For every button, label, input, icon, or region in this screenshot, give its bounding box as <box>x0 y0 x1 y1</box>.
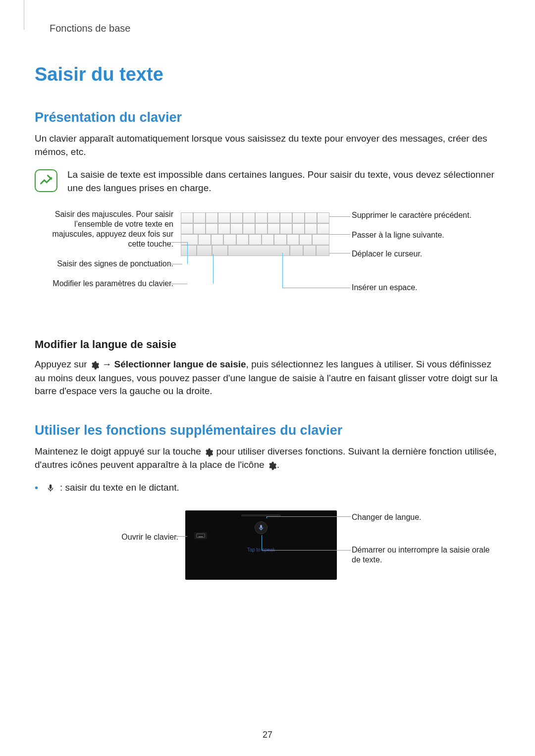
section-heading-presentation: Présentation du clavier <box>35 110 500 125</box>
callout-space: Insérer un espace. <box>352 283 418 293</box>
intro-text: Un clavier apparaît automatiquement lors… <box>35 132 500 158</box>
callout-cursor: Déplacer le curseur. <box>352 249 422 259</box>
page-title: Saisir du texte <box>35 64 500 85</box>
subsection-modifier-langue: Modifier la langue de saisie <box>35 338 500 351</box>
callout-punct: Saisir des signes de ponctuation. <box>45 259 173 269</box>
dictation-diagram: Ouvrir le clavier. Tap to speak Changer … <box>35 510 500 590</box>
text-fragment: Appuyez sur <box>35 359 90 369</box>
note-text: La saisie de texte est impossible dans c… <box>67 168 500 195</box>
callout-voice: Démarrer ou interrompre la saisie orale … <box>352 545 490 565</box>
text-bold: Sélectionner langue de saisie <box>114 359 246 369</box>
callout-del: Supprimer le caractère précédent. <box>352 210 472 220</box>
modifier-langue-text: Appuyez sur → Sélectionner langue de sai… <box>35 358 500 398</box>
text-fragment: . <box>277 459 279 470</box>
note-icon <box>35 169 57 192</box>
text-fragment: Maintenez le doigt appuyé sur la touche <box>35 446 204 456</box>
page-number: 27 <box>0 730 535 740</box>
note-block: La saisie de texte est impossible dans c… <box>35 168 500 195</box>
svg-rect-1 <box>199 537 203 538</box>
dictation-illustration: Tap to speak <box>185 510 337 580</box>
text-fragment: → <box>102 359 114 369</box>
callout-change-lang: Changer de langue. <box>352 512 422 522</box>
bullet-text: : saisir du texte en le dictant. <box>60 480 179 495</box>
bullet-list: : saisir du texte en le dictant. <box>35 480 500 496</box>
mic-icon <box>46 480 55 495</box>
callout-settings: Modifier les paramètres du clavier. <box>45 279 173 289</box>
callout-enter: Passer à la ligne suivante. <box>352 230 444 240</box>
callout-caps: Saisir des majuscules. Pour saisir l’ens… <box>45 209 173 249</box>
mic-button-icon <box>255 521 268 534</box>
gear-icon <box>90 358 100 372</box>
gear-icon <box>204 446 214 459</box>
keyboard-button-icon <box>194 532 207 539</box>
keyboard-illustration <box>181 212 329 267</box>
bullet-dictation: : saisir du texte en le dictant. <box>35 480 500 496</box>
gear-icon <box>267 459 277 472</box>
callout-open-keyboard: Ouvrir le clavier. <box>40 532 178 542</box>
vertical-rule <box>24 0 24 30</box>
section-heading-fonctions: Utiliser les fonctions supplémentaires d… <box>35 423 500 438</box>
fonctions-text: Maintenez le doigt appuyé sur la touche … <box>35 445 500 472</box>
keyboard-diagram: Saisir des majuscules. Pour saisir l’ens… <box>35 209 500 318</box>
breadcrumb: Fonctions de base <box>50 23 500 34</box>
